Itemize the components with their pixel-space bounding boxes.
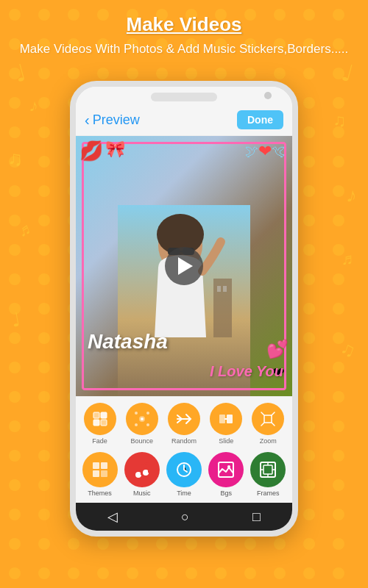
zoom-label: Zoom: [260, 437, 277, 445]
tool-themes[interactable]: Themes: [82, 452, 118, 497]
heart-wings-sticker: 🕊 ❤ 🕊: [245, 142, 285, 161]
svg-rect-12: [101, 420, 107, 426]
time-label: Time: [177, 490, 191, 497]
svg-rect-19: [219, 415, 225, 423]
svg-point-26: [135, 472, 141, 478]
svg-point-30: [227, 465, 230, 468]
music-icon: [124, 452, 160, 487]
back-chevron-icon: ‹: [85, 112, 90, 129]
sub-title: Make Videos With Photos & Add Music Stic…: [0, 40, 368, 58]
svg-point-17: [135, 423, 138, 426]
main-title: Make Videos: [0, 13, 368, 36]
back-nav-icon[interactable]: ◁: [107, 509, 118, 525]
svg-point-27: [143, 470, 149, 476]
svg-point-18: [146, 423, 149, 426]
recent-nav-icon[interactable]: □: [252, 509, 261, 525]
play-icon: [178, 257, 193, 275]
svg-point-15: [135, 412, 138, 415]
app-header: ‹ Preview Done: [76, 104, 292, 136]
zoom-icon: [252, 403, 284, 435]
bounce-icon: [126, 403, 158, 435]
transition-zoom[interactable]: Zoom: [252, 403, 284, 445]
tool-bgs[interactable]: Bgs: [208, 452, 244, 497]
phone-notch: [151, 93, 217, 101]
svg-rect-9: [93, 412, 99, 418]
transition-bounce[interactable]: Bounce: [126, 403, 158, 445]
frames-label: Frames: [257, 490, 280, 497]
svg-rect-8: [223, 286, 227, 292]
fade-label: Fade: [92, 437, 107, 445]
tool-music[interactable]: Music: [124, 452, 160, 497]
svg-point-14: [141, 417, 144, 420]
phone-mockup: ‹ Preview Done: [70, 81, 298, 537]
bounce-label: Bounce: [131, 437, 154, 445]
love-overlay: I Love You: [210, 363, 283, 380]
transitions-toolbar: Fade Bounce Random Slide Zoom: [76, 396, 292, 448]
svg-rect-7: [217, 286, 221, 292]
time-icon: [166, 452, 202, 487]
phone-nav-bar: ◁ ○ □: [76, 503, 292, 531]
photo-background: 💋 🎀 🕊 ❤ 🕊 💕 ❤ Natasha I Love You: [76, 136, 292, 396]
svg-rect-25: [101, 470, 107, 477]
top-section: Make Videos Make Videos With Photos & Ad…: [0, 13, 368, 58]
svg-rect-22: [93, 462, 99, 469]
svg-rect-21: [264, 415, 272, 423]
done-button[interactable]: Done: [237, 110, 283, 129]
random-icon: [168, 403, 200, 435]
svg-rect-23: [101, 462, 107, 469]
slide-icon: [210, 403, 242, 435]
random-label: Random: [171, 437, 197, 445]
phone-notch-bar: [76, 87, 292, 104]
svg-rect-24: [93, 470, 99, 477]
tool-time[interactable]: Time: [166, 452, 202, 497]
bow-sticker: 🎀: [105, 140, 125, 159]
name-overlay: Natasha: [88, 330, 168, 354]
music-label: Music: [133, 490, 151, 497]
play-button[interactable]: [165, 247, 203, 285]
video-preview: 💋 🎀 🕊 ❤ 🕊 💕 ❤ Natasha I Love You: [76, 136, 292, 396]
bgs-icon: [208, 452, 244, 487]
svg-rect-20: [227, 415, 233, 423]
hearts-sticker: 💕: [266, 339, 289, 359]
header-preview-label: Preview: [93, 112, 140, 128]
transition-slide[interactable]: Slide: [210, 403, 242, 445]
slide-label: Slide: [219, 437, 233, 445]
transition-random[interactable]: Random: [168, 403, 200, 445]
bgs-label: Bgs: [220, 490, 232, 497]
svg-rect-11: [93, 420, 99, 426]
back-button[interactable]: ‹ Preview: [85, 112, 140, 129]
phone-camera: [264, 92, 272, 99]
svg-rect-32: [263, 465, 272, 474]
transition-fade[interactable]: Fade: [84, 403, 116, 445]
themes-icon: [82, 452, 118, 487]
themes-label: Themes: [88, 490, 112, 497]
svg-point-16: [146, 412, 149, 415]
main-toolbar: Themes Music Time Bgs Frames: [76, 448, 292, 503]
home-nav-icon[interactable]: ○: [181, 509, 189, 525]
fade-icon: [84, 403, 116, 435]
svg-rect-10: [101, 412, 107, 418]
tool-frames[interactable]: Frames: [250, 452, 286, 497]
svg-rect-6: [213, 279, 232, 337]
lips-sticker: 💋: [79, 140, 103, 162]
frames-icon: [250, 452, 286, 487]
